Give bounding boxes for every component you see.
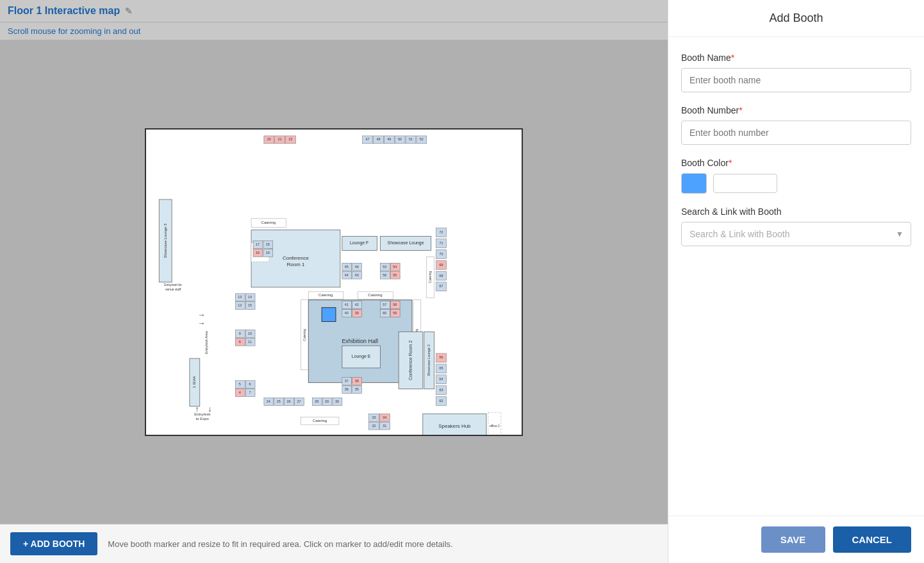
svg-text:58: 58 [393, 303, 397, 307]
svg-text:19: 19 [266, 250, 270, 254]
svg-text:Showcase Lounge: Showcase Lounge [388, 240, 424, 246]
bottom-bar: + ADD BOOTH Move booth marker and resize… [0, 524, 668, 563]
color-swatch[interactable] [681, 173, 707, 194]
svg-text:29: 29 [325, 399, 329, 403]
edit-icon[interactable]: ✎ [125, 6, 133, 16]
svg-text:52: 52 [420, 137, 424, 141]
svg-text:Conference Room 2: Conference Room 2 [408, 340, 413, 380]
add-booth-button[interactable]: + ADD BOOTH [10, 532, 97, 555]
map-title: Floor 1 Interactive map [8, 5, 120, 17]
search-link-label: Search & Link with Booth [681, 206, 911, 217]
svg-text:10: 10 [248, 331, 252, 335]
svg-text:31: 31 [383, 423, 386, 427]
booth-name-label: Booth Name* [681, 53, 911, 63]
svg-text:Catering: Catering [368, 293, 382, 297]
svg-text:20: 20 [267, 137, 271, 141]
svg-text:22: 22 [289, 137, 293, 141]
svg-text:→: → [198, 318, 206, 327]
search-link-group: Search & Link with Booth Search & Link w… [681, 206, 911, 246]
svg-text:37: 37 [345, 379, 349, 383]
svg-text:50: 50 [398, 137, 402, 141]
svg-text:40: 40 [345, 311, 349, 315]
svg-text:33: 33 [372, 415, 375, 419]
svg-text:57: 57 [383, 303, 386, 307]
svg-rect-91 [322, 307, 336, 321]
form-panel: Add Booth Booth Name* Booth Number* Boot… [668, 0, 924, 563]
svg-text:11: 11 [248, 339, 252, 343]
svg-text:28: 28 [315, 399, 318, 403]
form-header: Add Booth [668, 0, 924, 37]
svg-text:56: 56 [383, 273, 386, 276]
map-hint: Scroll mouse for zooming in and out [0, 22, 668, 40]
svg-text:48: 48 [376, 137, 380, 141]
map-header: Floor 1 Interactive map ✎ [0, 0, 668, 22]
svg-rect-150 [488, 412, 501, 435]
svg-text:65: 65 [440, 366, 443, 370]
svg-text:55: 55 [393, 273, 397, 276]
booth-number-group: Booth Number* [681, 105, 911, 145]
form-body: Booth Name* Booth Number* Booth Color* #… [668, 37, 924, 516]
svg-text:72: 72 [440, 230, 443, 234]
svg-text:7: 7 [249, 390, 251, 394]
svg-text:Catering: Catering [313, 418, 327, 422]
form-footer: SAVE CANCEL [668, 516, 924, 563]
bottom-hint: Move booth marker and resize to fit in r… [108, 539, 452, 549]
svg-text:21: 21 [278, 137, 282, 141]
booth-number-input[interactable] [681, 121, 911, 145]
svg-text:26: 26 [287, 399, 291, 403]
svg-text:25: 25 [277, 399, 281, 403]
svg-text:46: 46 [355, 264, 359, 268]
svg-text:42: 42 [355, 303, 359, 307]
cancel-button[interactable]: CANCEL [833, 526, 912, 553]
svg-text:venue staff: venue staff [165, 288, 181, 291]
svg-text:1 IEAA: 1 IEAA [192, 376, 196, 388]
floor-map[interactable]: 20 21 22 47 48 49 50 51 52 [145, 128, 523, 436]
svg-text:43: 43 [355, 273, 359, 276]
booth-name-input[interactable] [681, 68, 911, 92]
svg-text:6: 6 [249, 382, 251, 386]
svg-text:Showcase Lounge 3: Showcase Lounge 3 [163, 223, 167, 258]
svg-text:41: 41 [345, 303, 349, 307]
search-link-dropdown-wrapper: Search & Link with Booth ▼ [681, 222, 911, 246]
svg-text:68: 68 [440, 273, 443, 277]
svg-text:53: 53 [383, 264, 386, 268]
svg-text:→: → [198, 310, 206, 319]
svg-text:Lounge E: Lounge E [352, 353, 371, 358]
svg-text:63: 63 [440, 388, 443, 392]
svg-text:Lounge F: Lounge F [350, 240, 368, 246]
svg-text:12: 12 [238, 303, 242, 307]
svg-text:70: 70 [440, 251, 443, 255]
svg-text:35: 35 [355, 387, 359, 391]
svg-text:59: 59 [393, 311, 397, 315]
svg-text:24: 24 [267, 399, 270, 403]
svg-text:38: 38 [355, 379, 359, 383]
svg-text:45: 45 [345, 264, 349, 268]
map-container: 20 21 22 47 48 49 50 51 52 [0, 40, 668, 524]
save-button[interactable]: SAVE [761, 526, 825, 553]
svg-text:27: 27 [297, 399, 301, 403]
svg-text:14: 14 [248, 295, 252, 299]
svg-text:Catering: Catering [429, 271, 432, 283]
svg-text:5: 5 [239, 382, 241, 386]
svg-text:51: 51 [409, 137, 413, 141]
svg-text:60: 60 [383, 311, 386, 315]
svg-text:Catering: Catering [261, 221, 276, 224]
svg-text:Conference: Conference [283, 255, 309, 261]
svg-text:Showcase Lounge 2: Showcase Lounge 2 [427, 344, 431, 376]
svg-text:8: 8 [239, 339, 241, 343]
svg-text:44: 44 [345, 273, 349, 276]
svg-text:4: 4 [239, 390, 241, 394]
svg-text:9: 9 [239, 331, 241, 335]
svg-text:↓: ↓ [208, 405, 212, 414]
svg-text:18: 18 [266, 242, 270, 246]
svg-text:67: 67 [440, 284, 443, 288]
color-row: #4DA1FF [681, 173, 911, 194]
map-panel: Floor 1 Interactive map ✎ Scroll mouse f… [0, 0, 668, 563]
color-value-input[interactable]: #4DA1FF [713, 174, 777, 193]
svg-text:13: 13 [238, 295, 242, 299]
svg-text:39: 39 [355, 311, 359, 315]
svg-text:32: 32 [372, 423, 375, 427]
search-link-dropdown[interactable]: Search & Link with Booth [681, 222, 911, 246]
svg-text:Speakers Hub: Speakers Hub [438, 423, 471, 429]
svg-text:Catering: Catering [318, 293, 333, 297]
